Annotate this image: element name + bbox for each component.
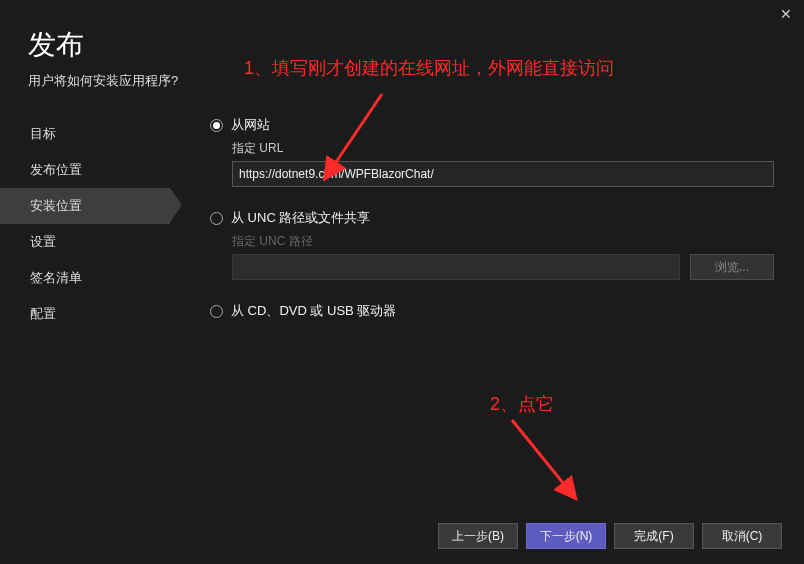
back-button[interactable]: 上一步(B) bbox=[438, 523, 518, 549]
sidebar-item-label: 签名清单 bbox=[30, 270, 82, 285]
sidebar-item-label: 设置 bbox=[30, 234, 56, 249]
option-website: 从网站 指定 URL bbox=[210, 116, 774, 187]
option-media: 从 CD、DVD 或 USB 驱动器 bbox=[210, 302, 774, 320]
sidebar-item-label: 安装位置 bbox=[30, 198, 82, 213]
sidebar-item-publish-location[interactable]: 发布位置 bbox=[0, 152, 170, 188]
url-field-label: 指定 URL bbox=[232, 140, 774, 157]
url-input[interactable] bbox=[232, 161, 774, 187]
close-icon[interactable]: ✕ bbox=[780, 6, 792, 22]
sidebar-item-settings[interactable]: 设置 bbox=[0, 224, 170, 260]
footer: 上一步(B) 下一步(N) 完成(F) 取消(C) bbox=[0, 508, 804, 564]
sidebar-item-signing[interactable]: 签名清单 bbox=[0, 260, 170, 296]
next-button[interactable]: 下一步(N) bbox=[526, 523, 606, 549]
radio-icon[interactable] bbox=[210, 119, 223, 132]
radio-row-unc[interactable]: 从 UNC 路径或文件共享 bbox=[210, 209, 774, 227]
option-label: 从 UNC 路径或文件共享 bbox=[231, 209, 370, 227]
radio-icon[interactable] bbox=[210, 305, 223, 318]
unc-field-label: 指定 UNC 路径 bbox=[232, 233, 774, 250]
radio-row-website[interactable]: 从网站 bbox=[210, 116, 774, 134]
page-subtitle: 用户将如何安装应用程序? bbox=[28, 72, 804, 90]
option-label: 从 CD、DVD 或 USB 驱动器 bbox=[231, 302, 396, 320]
finish-button[interactable]: 完成(F) bbox=[614, 523, 694, 549]
page-title: 发布 bbox=[28, 26, 804, 64]
radio-icon[interactable] bbox=[210, 212, 223, 225]
sidebar-item-label: 配置 bbox=[30, 306, 56, 321]
sidebar-item-label: 目标 bbox=[30, 126, 56, 141]
option-unc: 从 UNC 路径或文件共享 指定 UNC 路径 浏览... bbox=[210, 209, 774, 280]
content: 目标 发布位置 安装位置 设置 签名清单 配置 从网站 指定 URL 从 UNC… bbox=[0, 110, 804, 490]
radio-row-media[interactable]: 从 CD、DVD 或 USB 驱动器 bbox=[210, 302, 774, 320]
unc-input bbox=[232, 254, 680, 280]
cancel-button[interactable]: 取消(C) bbox=[702, 523, 782, 549]
header: 发布 用户将如何安装应用程序? bbox=[0, 0, 804, 90]
sidebar-item-config[interactable]: 配置 bbox=[0, 296, 170, 332]
sidebar: 目标 发布位置 安装位置 设置 签名清单 配置 bbox=[0, 110, 170, 490]
sidebar-item-label: 发布位置 bbox=[30, 162, 82, 177]
main-panel: 从网站 指定 URL 从 UNC 路径或文件共享 指定 UNC 路径 浏览... bbox=[170, 110, 804, 490]
browse-button: 浏览... bbox=[690, 254, 774, 280]
option-label: 从网站 bbox=[231, 116, 270, 134]
sidebar-item-target[interactable]: 目标 bbox=[0, 116, 170, 152]
sidebar-item-install-location[interactable]: 安装位置 bbox=[0, 188, 170, 224]
